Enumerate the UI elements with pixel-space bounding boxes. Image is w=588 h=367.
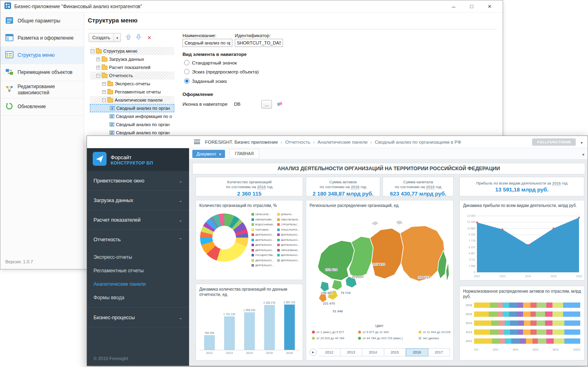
nav-subitem-regulated-reports[interactable]: Регламентные отчеты: [87, 264, 189, 277]
map-region[interactable]: [370, 228, 403, 279]
stack-segment[interactable]: [474, 338, 492, 344]
legend-item[interactable]: ДЕЯТЕЛЬНОСТЬ...: [277, 253, 301, 258]
user-badge[interactable]: FULLFUNCTIONB: [532, 138, 576, 146]
stack-segment[interactable]: [474, 311, 489, 317]
stack-segment[interactable]: [518, 329, 523, 335]
stack-segment[interactable]: [509, 311, 517, 317]
nav-item-business-processes[interactable]: Бизнес-процессы: [87, 308, 189, 327]
map-region-island[interactable]: [371, 221, 379, 226]
legend-item[interactable]: ДЕЯТЕЛЬНОСТЬ В...: [252, 258, 275, 263]
stack-segment[interactable]: [509, 302, 518, 308]
legend-item[interactable]: ДЕЯТЕЛЬНОСТЬ...: [252, 248, 275, 253]
delete-button[interactable]: ✕: [146, 35, 152, 41]
stack-segment[interactable]: [497, 311, 503, 317]
identifier-input[interactable]: [235, 39, 283, 47]
radio-button-selected[interactable]: [184, 78, 189, 84]
bar[interactable]: [204, 335, 215, 350]
legend-item[interactable]: СЕЛЬСКОЕ...: [252, 212, 275, 217]
legend-item[interactable]: ДЕЯТЕЛЬНОСТЬ...: [277, 238, 301, 243]
legend-item[interactable]: ДЕЯТЕЛЬНОСТЬ...: [277, 258, 301, 263]
sidebar-item-edit-dependencies[interactable]: Редактирование зависимостей: [0, 81, 84, 98]
stack-segment[interactable]: [492, 338, 499, 344]
data-point[interactable]: [527, 244, 529, 246]
legend-item[interactable]: ДЕЯТЕЛЬНОСТЬ...: [252, 238, 275, 243]
collapse-icon[interactable]: [91, 49, 94, 53]
play-button[interactable]: [310, 349, 317, 356]
stack-segment[interactable]: [523, 311, 530, 317]
create-button[interactable]: Создать: [89, 33, 121, 42]
nav-subitem-express-reports[interactable]: Экспресс-отчеты: [87, 250, 189, 264]
sidebar-item-general[interactable]: Общие параметры: [0, 13, 84, 30]
stack-segment[interactable]: [564, 329, 580, 335]
tree-item[interactable]: Регламентные отчеты: [90, 88, 174, 96]
stack-segment[interactable]: [563, 311, 580, 317]
year-cell-selected[interactable]: 2016: [406, 348, 428, 356]
stack-segment[interactable]: [511, 338, 520, 344]
stack-segment[interactable]: [546, 329, 553, 335]
year-cell[interactable]: 2012: [318, 348, 341, 356]
stack-segment[interactable]: [503, 302, 509, 308]
expand-icon[interactable]: [96, 66, 100, 69]
stack-segment[interactable]: [530, 302, 537, 308]
map-region[interactable]: [318, 294, 327, 302]
tree-item-root[interactable]: Структура меню: [90, 47, 174, 55]
expand-icon[interactable]: [102, 82, 106, 86]
stack-segment[interactable]: [523, 302, 530, 308]
kpi-year-link[interactable]: 2016: [552, 181, 561, 186]
stack-segment[interactable]: [538, 338, 546, 344]
sidebar-item-menu-structure[interactable]: Структура меню: [0, 47, 84, 64]
nav-item-welcome[interactable]: Приветственное окно: [87, 171, 189, 191]
stack-segment[interactable]: [524, 320, 530, 326]
stack-segment[interactable]: [499, 320, 505, 326]
legend-item[interactable]: ТОРГОВЛЯ...: [252, 227, 275, 233]
stack-segment[interactable]: [530, 320, 537, 326]
map-legend-item[interactable]: от 5 577 до 11 944: [358, 330, 418, 334]
industry-donut[interactable]: [200, 214, 248, 262]
legend-item[interactable]: ДЕЯТЕЛЬНОСТЬ...: [252, 232, 275, 238]
legend-item[interactable]: ГОСУДАРСТВЕ...: [252, 253, 275, 258]
collapse-icon[interactable]: [96, 74, 100, 78]
nav-item-data-load[interactable]: Загрузка данных: [87, 191, 189, 210]
stack-segment[interactable]: [504, 329, 510, 335]
clear-icon-button[interactable]: [276, 101, 283, 108]
stack-segment[interactable]: [546, 302, 553, 308]
maximize-button[interactable]: [463, 1, 481, 12]
stack-segment[interactable]: [499, 329, 504, 335]
radio-standard-icon[interactable]: Стандартный значок: [184, 60, 237, 65]
year-cell[interactable]: 2013: [341, 348, 363, 356]
sidebar-item-move-objects[interactable]: Перемещение объектов: [0, 64, 84, 81]
sidebar-item-layout[interactable]: Разметка и оформление: [0, 30, 84, 47]
move-up-button[interactable]: [126, 34, 131, 42]
legend-item[interactable]: ДЕЯТЕЛЬНОСТЬ...: [252, 263, 275, 268]
stack-segment[interactable]: [491, 320, 499, 326]
stack-segment[interactable]: [517, 311, 523, 317]
legend-item[interactable]: ОБРАБАТЫВА...: [252, 217, 275, 222]
nav-item-indicators[interactable]: Расчет показателей: [87, 210, 189, 230]
stack-segment[interactable]: [520, 338, 526, 344]
tab-main[interactable]: ГЛАВНАЯ: [229, 149, 259, 158]
nav-item-reporting[interactable]: Отчетность: [87, 230, 189, 249]
bar[interactable]: [264, 305, 275, 350]
minimize-button[interactable]: [445, 1, 463, 12]
kpi-year-link[interactable]: 2016: [257, 185, 266, 189]
browse-button[interactable]: ...: [261, 100, 272, 109]
legend-item[interactable]: ТРАНСПОРТИ...: [277, 227, 301, 233]
year-cell[interactable]: 2014: [362, 348, 384, 356]
year-cell[interactable]: 2017: [428, 348, 450, 356]
stack-segment[interactable]: [530, 329, 537, 335]
stack-segment[interactable]: [546, 338, 554, 344]
tree-item[interactable]: Сводная информация по о: [90, 112, 174, 120]
stack-segment[interactable]: [552, 329, 564, 335]
data-point[interactable]: [476, 222, 478, 223]
nav-subitem-analytic-panels[interactable]: Аналитические панели: [87, 277, 189, 291]
collapse-icon[interactable]: [102, 98, 106, 102]
data-point[interactable]: [552, 227, 554, 229]
stack-segment[interactable]: [490, 329, 499, 335]
legend-item[interactable]: ДЕЯТЕЛЬНОСТЬ...: [277, 242, 301, 248]
name-input[interactable]: [183, 39, 232, 47]
stack-segment[interactable]: [510, 329, 517, 335]
radio-button[interactable]: [184, 69, 189, 74]
map-legend-item[interactable]: от 44 784 до 419 729 (макс.): [358, 336, 418, 340]
map-legend-item[interactable]: нет данных: [419, 336, 451, 340]
tree-item[interactable]: Сводный анализ по орган: [90, 120, 174, 129]
